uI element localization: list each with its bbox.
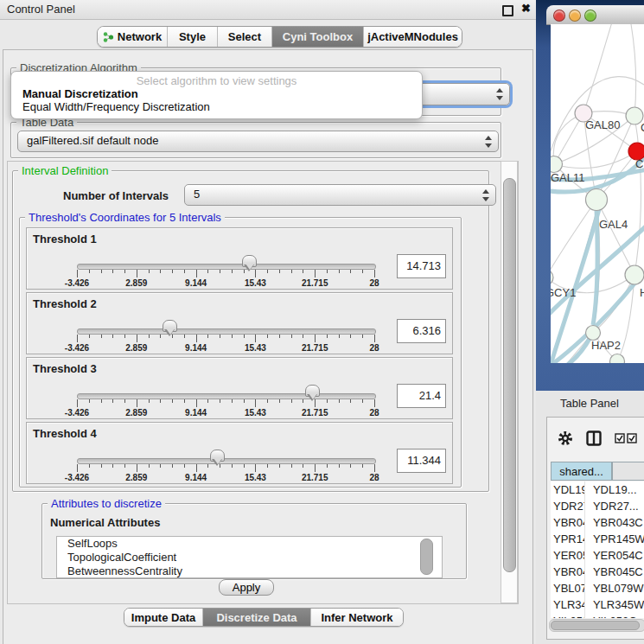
slider-tick <box>112 335 113 338</box>
slider-tick <box>255 464 256 472</box>
table-row[interactable]: YBL079WYBL079W <box>551 580 644 596</box>
slider-tick <box>291 464 292 468</box>
table-column-header[interactable]: na <box>612 462 644 481</box>
apply-button[interactable]: Apply <box>219 579 274 596</box>
slider-tick-label: 2.859 <box>125 278 147 288</box>
algorithm-option[interactable]: Equal Width/Frequency Discretization <box>22 100 210 113</box>
split-columns-icon[interactable] <box>586 430 602 446</box>
table-row[interactable]: YPR145WYPR145W <box>551 531 644 547</box>
table-cell: YPR145W <box>551 531 584 547</box>
table-hscrollbar-thumb[interactable] <box>551 621 640 630</box>
slider-tick <box>232 335 233 338</box>
table-cell: YER054C <box>584 547 644 564</box>
slider-track[interactable] <box>77 458 376 464</box>
slider-track[interactable] <box>77 264 376 270</box>
tab-discretize-data[interactable]: Discretize Data <box>202 609 310 626</box>
number-of-intervals-label: Number of Intervals <box>63 189 169 202</box>
tab-label: Discretize Data <box>216 611 296 624</box>
list-scrollbar[interactable] <box>420 539 433 575</box>
close-traffic-light[interactable] <box>553 10 565 22</box>
slider-tick <box>362 399 363 403</box>
table-row[interactable]: YBR043CYBR043C <box>551 514 644 531</box>
threshold-value-field[interactable]: 6.316 <box>397 319 446 343</box>
slider-tick-label: 28 <box>369 343 379 353</box>
tab-jactivemnodules[interactable]: jActiveMNodules <box>363 27 462 47</box>
table-row[interactable]: YIL052CYIL052C <box>551 613 644 618</box>
slider-thumb[interactable] <box>242 255 257 267</box>
threshold-panel: Threshold 1-3.4262.8599.14415.4321.71528… <box>26 227 453 290</box>
slider-tick <box>220 335 220 338</box>
table-row[interactable]: YDR27...YDR27... <box>551 498 644 514</box>
network-node-label: C <box>635 157 643 170</box>
network-node[interactable] <box>586 189 608 211</box>
tab-cyni-toolbox[interactable]: Cyni Toolbox <box>271 27 363 47</box>
slider-tick <box>220 399 220 403</box>
slider-tick <box>244 335 245 338</box>
slider-tick <box>196 399 197 407</box>
network-node[interactable] <box>610 354 625 364</box>
main-scrollbar-thumb[interactable] <box>503 178 516 572</box>
slider-tick <box>77 270 78 277</box>
slider-tick <box>255 270 256 277</box>
gear-icon[interactable] <box>557 430 574 447</box>
table-cell: YBL079W <box>551 580 584 596</box>
table-cell: YBL079W <box>584 580 644 596</box>
threshold-value-field[interactable]: 11.344 <box>397 449 446 473</box>
maximize-traffic-light[interactable] <box>584 10 596 22</box>
float-window-icon[interactable] <box>502 5 513 16</box>
slider-tick <box>124 464 125 468</box>
slider-thumb[interactable] <box>305 385 320 397</box>
network-window-titlebar[interactable] <box>546 5 644 25</box>
slider-track[interactable] <box>77 328 376 335</box>
table-cell: YER054C <box>551 547 584 564</box>
slider-tick-label: 15.43 <box>245 473 266 482</box>
tab-label: jActiveMNodules <box>367 30 458 43</box>
slider-tick <box>124 399 125 403</box>
table-row[interactable]: YBR045CYBR045C <box>551 564 644 580</box>
table-column-header[interactable]: shared... <box>551 462 612 481</box>
tab-label: Cyni Toolbox <box>283 30 353 43</box>
slider-track[interactable] <box>77 393 376 399</box>
close-icon[interactable]: ✖ <box>521 2 531 15</box>
numerical-attributes-list[interactable]: SelfLoopsTopologicalCoefficientBetweenne… <box>56 536 443 578</box>
node-table[interactable]: YDL19...YDL19...YDR27...YDR27...YBR043CY… <box>551 481 644 618</box>
slider-tick <box>339 270 340 273</box>
slider-tick <box>362 270 363 273</box>
slider-tick <box>291 335 292 338</box>
slider-thumb[interactable] <box>163 320 177 332</box>
threshold-value-field[interactable]: 21.4 <box>397 384 446 408</box>
attribute-list-item[interactable]: SelfLoops <box>57 537 442 551</box>
network-node-label: HAP2 <box>591 339 621 352</box>
slider-tick <box>255 399 256 407</box>
table-data-combobox[interactable]: galFiltered.sif default node <box>17 131 499 152</box>
number-of-intervals-combobox[interactable]: 5 <box>184 184 496 206</box>
slider-tick <box>112 399 113 403</box>
slider-tick <box>267 464 268 468</box>
attribute-list-item[interactable]: TopologicalCoefficient <box>57 551 442 564</box>
tab-impute-data[interactable]: Impute Data <box>124 609 202 626</box>
number-of-intervals-value: 5 <box>194 188 200 201</box>
tab-style[interactable]: Style <box>167 27 217 47</box>
table-row[interactable]: YDL19...YDL19... <box>551 481 644 498</box>
network-view-canvas[interactable]: GAL80GACGAL11GAL4GCY1HHAP2 <box>551 24 644 363</box>
threshold-value-field[interactable]: 14.713 <box>397 254 446 278</box>
slider-tick <box>184 335 185 338</box>
minimize-traffic-light[interactable] <box>569 10 581 22</box>
checkbox-pair-icon[interactable] <box>615 433 644 443</box>
algorithm-option[interactable]: Manual Discretization <box>22 87 138 100</box>
slider-tick <box>315 464 316 472</box>
network-node[interactable] <box>551 156 563 173</box>
network-node-label: H <box>640 286 644 299</box>
threshold-label: Threshold 4 <box>33 427 97 440</box>
tab-infer-network[interactable]: Infer Network <box>310 609 403 626</box>
network-node[interactable] <box>586 326 601 341</box>
attribute-list-item[interactable]: BetweennessCentrality <box>57 564 442 578</box>
tab-select[interactable]: Select <box>217 27 271 47</box>
table-row[interactable]: YER054CYER054C <box>551 547 644 564</box>
slider-thumb[interactable] <box>210 450 225 462</box>
table-row[interactable]: YLR345WYLR345W <box>551 596 644 613</box>
network-node[interactable] <box>625 265 644 284</box>
network-graph: GAL80GACGAL11GAL4GCY1HHAP2 <box>551 24 644 363</box>
slider-tick <box>267 335 268 338</box>
tab-network[interactable]: Network <box>98 27 167 47</box>
